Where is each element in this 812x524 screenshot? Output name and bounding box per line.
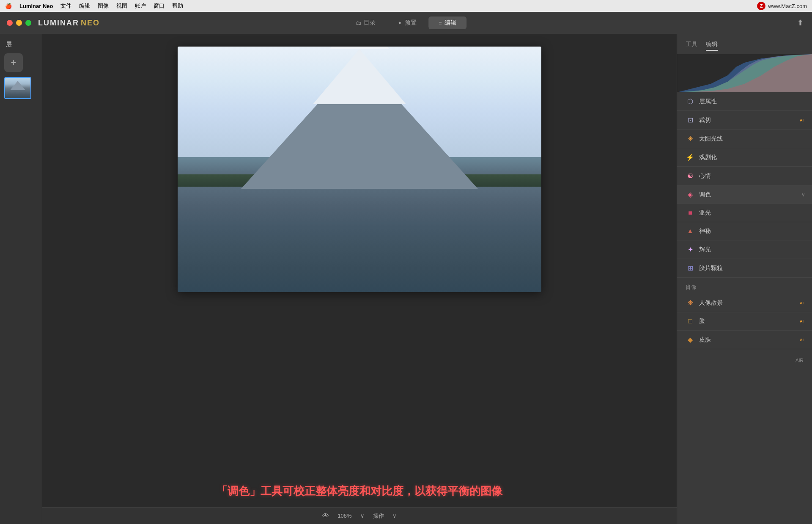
tool-drama[interactable]: ⚡ 戏剧化: [677, 148, 812, 167]
layer-thumbnail[interactable]: [4, 77, 31, 99]
right-tab-tools[interactable]: 工具: [686, 41, 697, 51]
menu-help[interactable]: 帮助: [172, 2, 183, 10]
mystic-label: 神秘: [699, 227, 804, 235]
zoom-level[interactable]: 108%: [337, 513, 351, 519]
window-controls: [7, 20, 31, 26]
sun-rays-icon: ✳: [686, 135, 695, 143]
face-icon: □: [686, 317, 695, 325]
portrait-bokeh-icon: ❋: [686, 299, 695, 307]
mood-icon: ☯: [686, 172, 695, 180]
drama-icon: ⚡: [686, 153, 695, 161]
film-grain-label: 胶片颗粒: [699, 265, 804, 272]
layer-properties-label: 层属性: [699, 98, 804, 105]
operations-chevron[interactable]: ∨: [392, 513, 397, 519]
logo-neo: NEO: [81, 19, 100, 28]
menu-view[interactable]: 视图: [116, 2, 127, 10]
logo-luminar: LUMINAR: [38, 19, 79, 28]
matte-icon: ■: [686, 209, 695, 217]
tool-crop[interactable]: ⊡ 裁切 AI: [677, 111, 812, 130]
tool-skin[interactable]: ◆ 皮肤 AI: [677, 331, 812, 349]
maximize-button[interactable]: [25, 20, 31, 26]
tab-edit[interactable]: ≡ 编辑: [428, 17, 466, 29]
apple-menu[interactable]: 🍎: [5, 3, 12, 9]
crop-ai-badge: AI: [800, 118, 804, 122]
tab-presets-label: 预置: [405, 19, 417, 27]
tab-presets[interactable]: ✦ 预置: [387, 17, 427, 29]
tool-layer-properties[interactable]: ⬡ 层属性: [677, 92, 812, 111]
catalog-icon: 🗂: [356, 20, 361, 26]
mood-label: 心情: [699, 172, 804, 180]
app-name-menu[interactable]: Luminar Neo: [19, 3, 53, 9]
photo-snow: [313, 49, 406, 104]
menubar: 🍎 Luminar Neo 文件 编辑 图像 视图 账户 窗口 帮助 Z www…: [0, 0, 812, 12]
view-icon[interactable]: 👁: [322, 512, 329, 520]
matte-label: 亚光: [699, 209, 804, 217]
color-tone-icon: ◈: [686, 190, 695, 199]
tool-glow[interactable]: ✦ 辉光: [677, 240, 812, 259]
right-tab-edit[interactable]: 编辑: [706, 41, 718, 51]
layers-panel-title: 层: [4, 41, 38, 48]
add-layer-button[interactable]: +: [4, 53, 23, 72]
air-watermark: AiR: [677, 349, 812, 372]
tab-catalog-label: 目录: [364, 19, 376, 27]
tool-face[interactable]: □ 脸 AI: [677, 312, 812, 331]
zoom-chevron[interactable]: ∨: [360, 513, 365, 519]
main-layout: 层 + 「调色」工具可校正整体亮度和对比度，以获得平衡的图像 👁 108% ∨ …: [0, 34, 812, 524]
drama-label: 戏剧化: [699, 154, 804, 161]
tool-film-grain[interactable]: ⊞ 胶片颗粒: [677, 259, 812, 278]
canvas-area: 「调色」工具可校正整体亮度和对比度，以获得平衡的图像 👁 108% ∨ 操作 ∨: [42, 34, 677, 524]
menu-account[interactable]: 账户: [135, 2, 146, 10]
minimize-button[interactable]: [16, 20, 22, 26]
portrait-bokeh-label: 人像散景: [699, 299, 795, 307]
menu-image[interactable]: 图像: [98, 2, 109, 10]
app-logo: LUMINAR NEO: [38, 19, 100, 28]
sun-rays-label: 太阳光线: [699, 135, 804, 143]
share-button[interactable]: ⬆: [797, 18, 804, 28]
tool-portrait-bokeh[interactable]: ❋ 人像散景 AI: [677, 294, 812, 312]
titlebar-tabs: 🗂 目录 ✦ 预置 ≡ 编辑: [346, 17, 466, 29]
tool-mood[interactable]: ☯ 心情: [677, 167, 812, 185]
status-bar: 👁 108% ∨ 操作 ∨: [42, 507, 677, 524]
tool-matte[interactable]: ■ 亚光: [677, 204, 812, 222]
operations-label[interactable]: 操作: [373, 512, 384, 520]
layers-icon: ⬡: [686, 97, 695, 105]
menu-window[interactable]: 窗口: [154, 2, 165, 10]
macz-logo: Z: [757, 2, 765, 10]
glow-icon: ✦: [686, 245, 695, 254]
skin-ai-badge: AI: [800, 338, 804, 342]
color-tone-label: 调色: [699, 191, 804, 199]
tool-color-tone[interactable]: ◈ 调色 ∨: [677, 185, 812, 204]
tool-sun-rays[interactable]: ✳ 太阳光线: [677, 130, 812, 148]
tab-edit-label: 编辑: [444, 19, 456, 27]
caption-text: 「调色」工具可校正整体亮度和对比度，以获得平衡的图像: [217, 484, 502, 499]
layer-thumb-image: [5, 78, 30, 98]
tool-mystic[interactable]: ▲ 神秘: [677, 222, 812, 240]
tool-section-main: ⬡ 层属性 ⊡ 裁切 AI ✳ 太阳光线 ⚡ 戏剧化 ☯ 心情: [677, 92, 812, 372]
skin-label: 皮肤: [699, 336, 795, 344]
macz-badge: Z www.MacZ.com: [752, 0, 812, 12]
portrait-section-header: 肖像: [677, 278, 812, 294]
macz-text: www.MacZ.com: [768, 3, 807, 9]
close-button[interactable]: [7, 20, 13, 26]
crop-icon: ⊡: [686, 116, 695, 124]
portrait-bokeh-ai-badge: AI: [800, 301, 804, 305]
histogram-chart: [677, 54, 812, 92]
film-grain-icon: ⊞: [686, 264, 695, 272]
photo-container: [178, 47, 541, 292]
presets-icon: ✦: [398, 20, 402, 26]
face-label: 脸: [699, 317, 795, 325]
tab-catalog[interactable]: 🗂 目录: [346, 17, 386, 29]
face-ai-badge: AI: [800, 319, 804, 323]
mystic-icon: ▲: [686, 227, 695, 235]
glow-label: 辉光: [699, 246, 804, 254]
left-panel: 层 +: [0, 34, 42, 524]
crop-label: 裁切: [699, 116, 795, 124]
histogram: [677, 54, 812, 92]
menu-edit[interactable]: 编辑: [79, 2, 90, 10]
skin-icon: ◆: [686, 336, 695, 344]
edit-icon: ≡: [439, 20, 442, 26]
photo-bg: [178, 47, 541, 292]
photo-water: [178, 184, 541, 292]
menu-file[interactable]: 文件: [60, 2, 71, 10]
titlebar: LUMINAR NEO 🗂 目录 ✦ 预置 ≡ 编辑 ⬆: [0, 12, 812, 34]
